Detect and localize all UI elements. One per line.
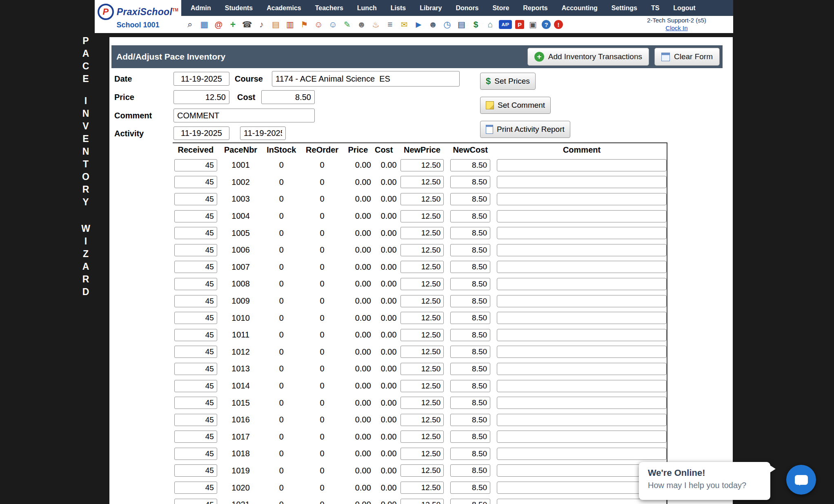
row-comment-input[interactable]	[497, 329, 667, 341]
newcost-input[interactable]	[450, 261, 490, 273]
row-comment-input[interactable]	[497, 448, 667, 460]
newprice-input[interactable]	[400, 380, 444, 392]
row-comment-input[interactable]	[497, 278, 667, 290]
row-comment-input[interactable]	[497, 312, 667, 324]
row-comment-input[interactable]	[497, 380, 667, 392]
staff-icon[interactable]: ☺	[327, 19, 338, 30]
schedule-icon[interactable]: ▥	[285, 19, 296, 30]
newprice-input[interactable]	[400, 159, 444, 171]
row-comment-input[interactable]	[497, 414, 667, 426]
newcost-input[interactable]	[450, 380, 490, 392]
newcost-input[interactable]	[450, 329, 490, 341]
newcost-input[interactable]	[450, 159, 490, 171]
search-icon[interactable]: ⌕	[185, 19, 196, 30]
received-input[interactable]	[174, 448, 217, 460]
row-comment-input[interactable]	[497, 397, 667, 409]
nav-item-donors[interactable]: Donors	[449, 4, 485, 12]
newcost-input[interactable]	[450, 193, 490, 205]
clear-form-button[interactable]: Clear Form	[654, 48, 720, 66]
newprice-input[interactable]	[400, 261, 444, 273]
bank-icon[interactable]: ⌂	[485, 19, 496, 30]
newcost-input[interactable]	[450, 431, 490, 443]
speaker-icon[interactable]: ♪	[256, 19, 267, 30]
medical-icon[interactable]: +	[227, 19, 238, 30]
newcost-input[interactable]	[450, 448, 490, 460]
received-input[interactable]	[174, 261, 217, 273]
mail-icon[interactable]: ✉	[399, 19, 410, 30]
newprice-input[interactable]	[400, 499, 444, 504]
newprice-input[interactable]	[400, 227, 444, 239]
family-icon[interactable]: ☻	[356, 19, 367, 30]
newcost-input[interactable]	[450, 499, 490, 504]
received-input[interactable]	[174, 363, 217, 375]
newcost-input[interactable]	[450, 363, 490, 375]
nav-item-ts[interactable]: TS	[644, 4, 666, 12]
ledger-icon[interactable]: ▤	[456, 19, 467, 30]
clock-icon[interactable]: ◷	[442, 19, 453, 30]
newprice-input[interactable]	[400, 448, 444, 460]
row-comment-input[interactable]	[497, 227, 667, 239]
lunch-icon[interactable]: ♨	[370, 19, 381, 30]
help-icon[interactable]: ?	[542, 20, 551, 29]
newprice-input[interactable]	[400, 176, 444, 188]
clipboard-icon[interactable]: ≡	[385, 19, 396, 30]
row-comment-input[interactable]	[497, 210, 667, 222]
received-input[interactable]	[174, 414, 217, 426]
received-input[interactable]	[174, 278, 217, 290]
received-input[interactable]	[174, 244, 217, 256]
student-icon[interactable]: ☺	[313, 19, 324, 30]
price-input[interactable]	[173, 90, 229, 104]
comment-input[interactable]	[173, 109, 315, 122]
media-icon[interactable]: ▤	[270, 19, 281, 30]
row-comment-input[interactable]	[497, 176, 667, 188]
nav-item-store[interactable]: Store	[485, 4, 516, 12]
received-input[interactable]	[174, 464, 217, 477]
newprice-input[interactable]	[400, 464, 444, 477]
cost-input[interactable]	[261, 90, 315, 104]
note-icon[interactable]: ✎	[342, 19, 353, 30]
newprice-input[interactable]	[400, 278, 444, 290]
newcost-input[interactable]	[450, 482, 490, 494]
set-comment-button[interactable]: Set Comment	[480, 97, 551, 114]
clock-in-link[interactable]: Clock In	[665, 24, 687, 32]
newprice-input[interactable]	[400, 414, 444, 426]
received-input[interactable]	[174, 499, 217, 504]
nav-item-accounting[interactable]: Accounting	[555, 4, 605, 12]
newcost-input[interactable]	[450, 464, 490, 477]
printer-icon[interactable]: ▣	[527, 19, 538, 30]
pdf-icon[interactable]: P	[515, 20, 524, 29]
newcost-input[interactable]	[450, 278, 490, 290]
nav-item-admin[interactable]: Admin	[184, 4, 218, 12]
course-input[interactable]	[272, 71, 460, 87]
received-input[interactable]	[174, 380, 217, 392]
profile-icon[interactable]: ☻	[427, 19, 438, 30]
row-comment-input[interactable]	[497, 159, 667, 171]
received-input[interactable]	[174, 329, 217, 341]
received-input[interactable]	[174, 397, 217, 409]
received-input[interactable]	[174, 431, 217, 443]
row-comment-input[interactable]	[497, 193, 667, 205]
email-at-icon[interactable]: @	[213, 19, 224, 30]
newcost-input[interactable]	[450, 346, 490, 358]
cash-icon[interactable]: $	[470, 19, 481, 30]
calendar-icon[interactable]: ▦	[199, 19, 210, 30]
newprice-input[interactable]	[400, 210, 444, 222]
newprice-input[interactable]	[400, 346, 444, 358]
received-input[interactable]	[174, 346, 217, 358]
newcost-input[interactable]	[450, 210, 490, 222]
received-input[interactable]	[174, 482, 217, 494]
received-input[interactable]	[174, 312, 217, 324]
praxischool-logo[interactable]: P PraxiSchoolTM School 1001	[95, 0, 181, 33]
nav-item-logout[interactable]: Logout	[666, 4, 702, 12]
row-comment-input[interactable]	[497, 244, 667, 256]
newprice-input[interactable]	[400, 431, 444, 443]
set-prices-button[interactable]: $ Set Prices	[480, 73, 536, 90]
row-comment-input[interactable]	[497, 363, 667, 375]
newprice-input[interactable]	[400, 312, 444, 324]
row-comment-input[interactable]	[497, 295, 667, 307]
newprice-input[interactable]	[400, 329, 444, 341]
newprice-input[interactable]	[400, 193, 444, 205]
row-comment-input[interactable]	[497, 346, 667, 358]
newprice-input[interactable]	[400, 244, 444, 256]
newcost-input[interactable]	[450, 244, 490, 256]
